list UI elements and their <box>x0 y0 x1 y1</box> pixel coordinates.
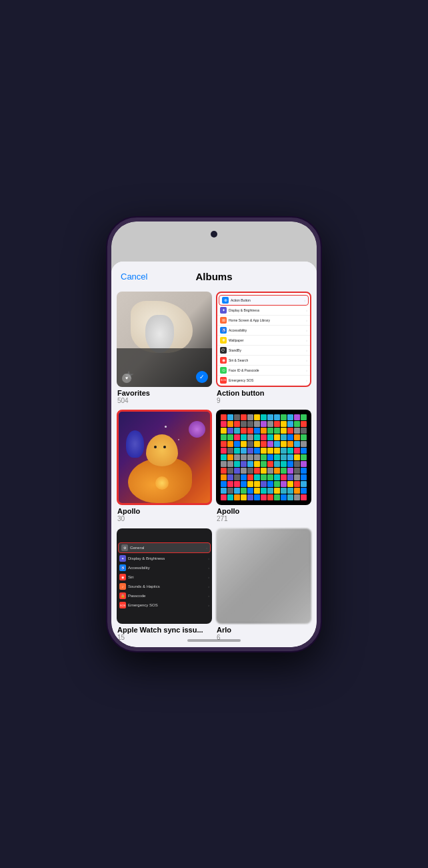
action-button-count: 9 <box>216 397 311 404</box>
albums-grid: ♥ ✓ Favorites 504 ⊕ Action Button › <box>111 288 317 647</box>
favorites-thumbnail: ♥ ✓ <box>117 292 212 387</box>
siri-chevron: › <box>306 358 307 362</box>
standby-row: ⏱ StandBy › <box>217 346 310 356</box>
character-head <box>146 434 178 466</box>
display-brightness-row: ✦ Display & Brightness › <box>217 306 310 316</box>
modal-title: Albums <box>195 271 232 282</box>
front-camera <box>211 231 217 238</box>
sounds-chevron: › <box>208 584 209 588</box>
apollo-grid-thumbnail: const colors = ['#ff3b30','#ff9500','#ff… <box>216 410 311 505</box>
power-button[interactable] <box>319 308 321 345</box>
favorites-label: Favorites <box>117 389 212 397</box>
apollo-grid-label: Apollo <box>216 507 311 515</box>
accessibility-row: ♿ Accessibility › <box>217 326 310 336</box>
home-indicator[interactable] <box>187 639 241 642</box>
sos-chevron: › <box>306 378 307 382</box>
accessibility-chevron: › <box>306 328 307 332</box>
mute-switch[interactable] <box>107 342 109 362</box>
passcode-icon: 🔒 <box>119 592 126 599</box>
accessibility-dark-icon: ♿ <box>119 564 126 571</box>
display-row: ✦ Display & Brightness › <box>117 554 212 563</box>
passcode-row: 🔒 Passcode › <box>117 591 212 600</box>
sounds-row: ♪ Sounds & Haptics › <box>117 582 212 591</box>
general-chevron: › <box>206 546 207 550</box>
album-action-button[interactable]: ⊕ Action Button › ✦ Display & Brightness… <box>216 292 311 406</box>
standby-icon: ⏱ <box>220 347 227 354</box>
siri-dark-row: ◉ Siri › <box>117 572 212 582</box>
album-favorites[interactable]: ♥ ✓ Favorites 504 <box>117 292 212 406</box>
phone-screen: Cancel Albums ♥ ✓ Favo <box>111 222 317 647</box>
album-apple-watch[interactable]: ⚙ General › ✦ Display & Brightness › ♿ A… <box>117 528 212 643</box>
action-button-label: Action button <box>216 389 311 397</box>
siri-search-row: ◉ Siri & Search › <box>217 356 310 366</box>
selected-check: ✓ <box>196 371 208 383</box>
accessibility-dark-row: ♿ Accessibility › <box>117 563 212 572</box>
character-blue <box>126 430 144 458</box>
cancel-button[interactable]: Cancel <box>121 272 147 282</box>
moon-decoration <box>189 421 205 438</box>
accessibility-icon: ♿ <box>220 327 227 334</box>
faceid-icon: ⊙ <box>220 367 227 374</box>
album-apollo-art[interactable]: Apollo 30 <box>117 410 212 524</box>
emergency-sos-row: SOS Emergency SOS › <box>217 376 310 385</box>
apple-watch-thumbnail: ⚙ General › ✦ Display & Brightness › ♿ A… <box>117 528 212 624</box>
volume-up-button[interactable] <box>107 288 109 308</box>
home-icon: ⊞ <box>220 317 227 324</box>
sos-dark-chevron: › <box>208 603 209 607</box>
phone-shell: Cancel Albums ♥ ✓ Favo <box>107 218 321 651</box>
sounds-icon: ♪ <box>119 583 126 590</box>
action-button-icon: ⊕ <box>222 297 229 304</box>
general-icon: ⚙ <box>121 544 128 551</box>
faceid-chevron: › <box>306 368 307 372</box>
action-button-thumbnail: ⊕ Action Button › ✦ Display & Brightness… <box>216 292 311 387</box>
display-dark-icon: ✦ <box>119 555 126 562</box>
apollo-grid-count: 271 <box>216 515 311 522</box>
sos-dark-icon: SOS <box>119 602 126 608</box>
display-dark-chevron: › <box>208 556 209 560</box>
siri-icon: ◉ <box>220 357 227 364</box>
albums-modal: Cancel Albums ♥ ✓ Favo <box>111 262 317 647</box>
display-chevron: › <box>306 308 307 312</box>
apple-watch-label: Apple Watch sync issu... <box>117 626 212 634</box>
wallpaper-row: ❋ Wallpaper › <box>217 336 310 346</box>
faceid-row: ⊙ Face ID & Passcode › <box>217 366 310 376</box>
favorites-count: 504 <box>117 397 212 404</box>
accessibility-dark-chevron: › <box>208 566 209 570</box>
arlo-thumbnail <box>216 528 311 624</box>
apollo-art-count: 30 <box>117 515 212 522</box>
apollo-art-thumbnail <box>117 410 212 505</box>
siri-dark-icon: ◉ <box>119 574 126 580</box>
display-icon: ✦ <box>220 307 227 314</box>
general-row-highlighted: ⚙ General › <box>118 542 211 553</box>
wallpaper-chevron: › <box>306 338 307 342</box>
standby-chevron: › <box>306 348 307 352</box>
action-chevron: › <box>304 298 305 302</box>
siri-dark-chevron: › <box>208 575 209 579</box>
sos-icon: SOS <box>220 377 227 384</box>
album-apollo-grid[interactable]: const colors = ['#ff3b30','#ff9500','#ff… <box>216 410 311 524</box>
home-screen-row: ⊞ Home Screen & App Library › <box>217 316 310 326</box>
passcode-chevron: › <box>208 594 209 598</box>
album-arlo[interactable]: Arlo 6 <box>216 528 311 643</box>
volume-down-button[interactable] <box>107 315 109 335</box>
wallpaper-icon: ❋ <box>220 337 227 344</box>
home-chevron: › <box>306 318 307 322</box>
arlo-label: Arlo <box>216 626 311 634</box>
apollo-art-label: Apollo <box>117 507 212 515</box>
modal-header: Cancel Albums <box>111 262 317 288</box>
emergency-dark-row: SOS Emergency SOS › <box>117 600 212 610</box>
action-button-row: ⊕ Action Button › <box>219 295 309 306</box>
